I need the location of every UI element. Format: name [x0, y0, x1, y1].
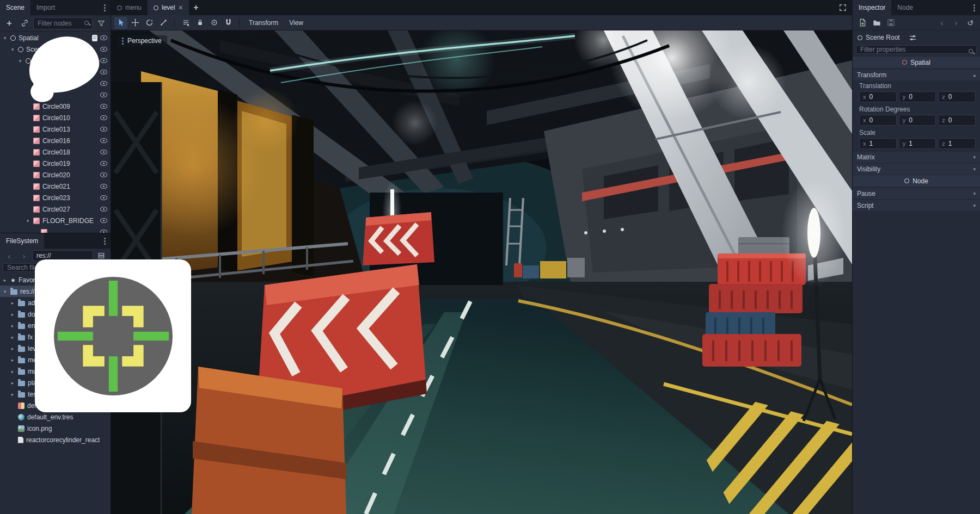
scale-z-field[interactable]: z 1 [938, 138, 976, 149]
history-forward-button[interactable] [17, 250, 30, 262]
visibility-eye-icon[interactable] [100, 184, 107, 189]
save-resource-button[interactable] [884, 17, 897, 29]
visibility-eye-icon[interactable] [100, 115, 107, 120]
filter-funnel-button[interactable] [95, 17, 108, 29]
tab-scene[interactable]: Scene [0, 0, 30, 15]
transform-section-header[interactable]: Transform [853, 70, 980, 80]
node-class-header[interactable]: Node [853, 175, 980, 187]
script-icon[interactable] [92, 35, 97, 41]
tree-row[interactable]: Circle027 [0, 203, 111, 215]
scale-tool-button[interactable] [157, 17, 170, 29]
selection-list-button[interactable] [179, 17, 192, 29]
expand-arrow-icon[interactable] [10, 392, 15, 397]
new-resource-button[interactable] [856, 17, 869, 29]
rotation-y-field[interactable]: y 0 [899, 115, 936, 126]
scene-tab-level[interactable]: level [148, 0, 189, 15]
scale-y-field[interactable]: y 1 [899, 138, 936, 149]
view-menu[interactable]: View [284, 19, 308, 27]
tree-row[interactable]: Circle020 [0, 169, 111, 181]
tree-row[interactable]: Circle023 [0, 192, 111, 203]
transform-menu[interactable]: Transform [244, 19, 283, 27]
object-history-button[interactable] [964, 17, 977, 29]
tab-filesystem[interactable]: FileSystem [0, 233, 44, 249]
load-resource-button[interactable] [870, 17, 883, 29]
script-section-header[interactable]: Script [853, 200, 980, 211]
filter-properties-input[interactable] [856, 45, 977, 54]
expand-arrow-icon[interactable] [10, 335, 15, 340]
tree-row[interactable]: Circle009 [0, 101, 111, 112]
expand-arrow-icon[interactable] [10, 380, 15, 386]
visibility-eye-icon[interactable] [100, 207, 107, 212]
fs-row-file[interactable]: reactorcorecylinder_react [0, 434, 111, 445]
filesystem-menu-button[interactable] [99, 233, 111, 249]
visibility-eye-icon[interactable] [100, 138, 107, 143]
visibility-eye-icon[interactable] [100, 47, 107, 52]
translation-x-field[interactable]: x 0 [859, 91, 897, 102]
tab-node[interactable]: Node [891, 0, 919, 15]
translation-z-field[interactable]: z 0 [938, 91, 976, 102]
expand-arrow-icon[interactable] [10, 323, 15, 329]
distraction-free-button[interactable] [834, 0, 852, 15]
rotation-z-field[interactable]: z 0 [938, 115, 976, 126]
visibility-eye-icon[interactable] [100, 81, 107, 86]
3d-viewport[interactable]: Perspective [111, 30, 852, 514]
translation-y-field[interactable]: y 0 [899, 91, 936, 102]
visibility-eye-icon[interactable] [100, 161, 107, 166]
spatial-class-header[interactable]: Spatial [853, 57, 980, 68]
inspector-back-button[interactable] [935, 17, 948, 29]
visibility-eye-icon[interactable] [100, 218, 107, 223]
expand-arrow-icon[interactable] [2, 277, 8, 283]
visibility-eye-icon[interactable] [100, 127, 107, 132]
lock-node-button[interactable] [193, 17, 206, 29]
collapse-arrow-icon[interactable] [2, 35, 8, 41]
scene-dock-menu-button[interactable] [99, 0, 111, 15]
visibility-eye-icon[interactable] [100, 104, 107, 109]
collapse-arrow-icon[interactable] [25, 218, 30, 224]
move-tool-button[interactable] [128, 17, 142, 29]
perspective-menu-button[interactable]: Perspective [118, 35, 167, 47]
collapse-arrow-icon[interactable] [2, 289, 8, 294]
pause-section-header[interactable]: Pause [853, 188, 980, 199]
select-tool-button[interactable] [114, 17, 127, 29]
tree-row[interactable]: Circle019 [0, 158, 111, 169]
tree-row[interactable]: Circle013 [0, 123, 111, 135]
scale-x-field[interactable]: x 1 [859, 138, 897, 149]
visibility-eye-icon[interactable] [100, 70, 107, 75]
tree-row[interactable]: Circle016 [0, 135, 111, 146]
filter-nodes-input[interactable] [33, 17, 93, 29]
expand-arrow-icon[interactable] [10, 312, 15, 317]
tree-row[interactable] [0, 226, 111, 233]
group-node-button[interactable] [207, 17, 220, 29]
visibility-eye-icon[interactable] [100, 92, 107, 97]
expand-arrow-icon[interactable] [10, 357, 15, 363]
new-scene-tab-button[interactable] [189, 0, 203, 15]
tree-row[interactable]: Circle021 [0, 181, 111, 192]
rotation-x-field[interactable]: x 0 [859, 115, 897, 126]
tree-row[interactable]: Circle018 [0, 146, 111, 158]
visibility-eye-icon[interactable] [100, 58, 107, 63]
snap-toggle-button[interactable] [222, 17, 235, 29]
visibility-section-header[interactable]: Visibility [853, 164, 980, 175]
inspector-forward-button[interactable] [950, 17, 963, 29]
collapse-arrow-icon[interactable] [17, 58, 23, 64]
inspector-menu-button[interactable] [969, 0, 980, 15]
rotate-tool-button[interactable] [143, 17, 156, 29]
matrix-section-header[interactable]: Matrix [853, 152, 980, 163]
visibility-eye-icon[interactable] [100, 195, 107, 200]
visibility-eye-icon[interactable] [100, 35, 107, 40]
close-tab-icon[interactable] [179, 3, 183, 12]
history-back-button[interactable] [3, 250, 16, 262]
expand-arrow-icon[interactable] [10, 346, 15, 351]
tab-import[interactable]: Import [30, 0, 61, 15]
scene-tab-menu[interactable]: menu [111, 0, 148, 15]
instance-scene-button[interactable] [18, 17, 31, 29]
expand-arrow-icon[interactable] [10, 300, 15, 306]
fs-row-file[interactable]: default_env.tres [0, 411, 111, 423]
tree-row[interactable]: FLOOR_BRIDGE [0, 215, 111, 226]
collapse-arrow-icon[interactable] [10, 47, 15, 52]
expand-arrow-icon[interactable] [10, 369, 15, 374]
fs-row-file[interactable]: icon.png [0, 423, 111, 434]
visibility-eye-icon[interactable] [100, 150, 107, 154]
tab-inspector[interactable]: Inspector [853, 0, 891, 15]
tree-row[interactable]: Circle010 [0, 112, 111, 123]
